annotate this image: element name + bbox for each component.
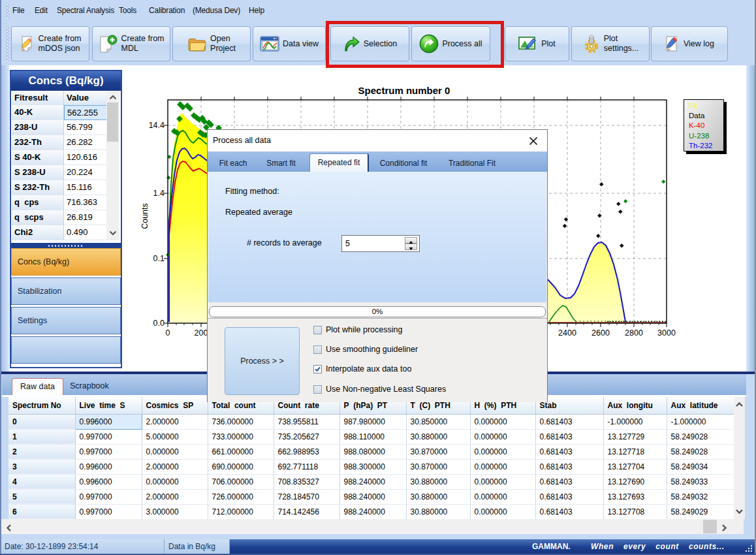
svg-text:2800: 2800 xyxy=(625,328,643,338)
svg-text:3000: 3000 xyxy=(657,328,676,338)
svg-text:2600: 2600 xyxy=(591,328,610,338)
svg-text:1.4: 1.4 xyxy=(153,189,165,198)
svg-text:0.1: 0.1 xyxy=(153,254,165,263)
svg-text:14.4: 14.4 xyxy=(149,121,165,130)
svg-text:200: 200 xyxy=(195,328,208,338)
svg-text:Counts: Counts xyxy=(140,203,150,229)
svg-text:0.0: 0.0 xyxy=(153,319,165,328)
svg-text:2400: 2400 xyxy=(558,328,576,338)
svg-text:Spectrum number 0: Spectrum number 0 xyxy=(358,85,450,96)
svg-text:0: 0 xyxy=(166,328,170,338)
